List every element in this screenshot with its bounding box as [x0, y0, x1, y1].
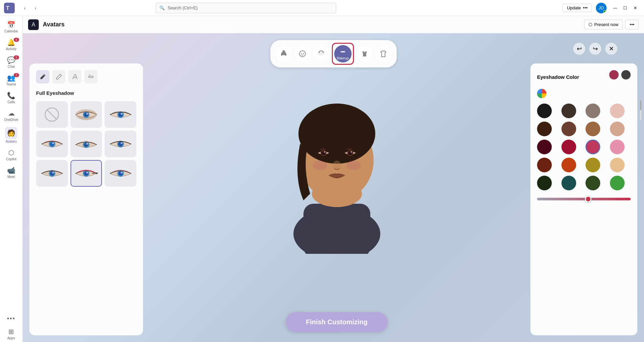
sidebar-item-avatars[interactable]: 🧑 Avatars [0, 125, 22, 145]
apps-icon: ⊞ [8, 328, 14, 336]
none-icon [43, 106, 60, 123]
teams-badge: 2 [14, 73, 19, 77]
outfit-icon [361, 50, 369, 58]
color-dot-0[interactable] [537, 104, 552, 118]
color-dot-11[interactable] [610, 140, 625, 154]
toolbar-outfit-button[interactable] [357, 46, 373, 62]
toolbar-clothing-button[interactable] [375, 46, 391, 62]
sidebar-item-more[interactable]: ••• [0, 313, 22, 324]
panel-tab-2[interactable] [52, 70, 66, 83]
header-right: ⬡ Present now ••• [584, 20, 639, 29]
minimize-button[interactable]: — [611, 3, 620, 13]
activity-badge: 6 [14, 38, 19, 42]
forward-button[interactable]: › [31, 3, 40, 13]
eyeshadow-style-4[interactable] [71, 131, 102, 157]
sidebar-item-calls[interactable]: 📞 Calls [0, 90, 22, 106]
color-dot-6[interactable] [586, 122, 600, 136]
color-dot-8[interactable] [537, 140, 552, 154]
toolbar-makeup-button[interactable]: Makeup [334, 45, 352, 62]
sidebar-item-meet[interactable]: 📹 Meet [0, 164, 22, 181]
toolbar-face-button[interactable] [294, 46, 310, 62]
color-dot-9[interactable] [561, 140, 576, 154]
color-dot-12[interactable] [537, 158, 552, 172]
svg-point-26 [86, 113, 88, 115]
back-button[interactable]: ‹ [20, 3, 29, 13]
pencil1-icon [39, 73, 46, 80]
sidebar-item-onedrive[interactable]: ☁ OneDrive [0, 107, 22, 124]
sidebar-label-meet: Meet [7, 175, 15, 179]
sidebar-item-calendar[interactable]: 📅 Calendar [0, 19, 22, 35]
eyeshadow-style-2[interactable] [105, 101, 136, 128]
more-options-button[interactable]: ••• [625, 20, 639, 29]
eyeshadow-style-8[interactable] [105, 160, 136, 187]
update-button[interactable]: Update ••• [562, 4, 592, 12]
maximize-button[interactable]: ☐ [621, 3, 630, 13]
color-dot-2[interactable] [586, 104, 600, 118]
color-dot-17[interactable] [561, 176, 576, 190]
sidebar-item-chat[interactable]: 💬 Chat 5 [0, 54, 22, 70]
eyeshadow-style-6[interactable] [36, 160, 68, 187]
color-dot-13[interactable] [561, 158, 576, 172]
eye-style4-icon [73, 132, 100, 156]
eyeshadow-style-7[interactable] [71, 160, 102, 187]
color-panel-header: Eyeshadow Color [537, 70, 631, 83]
color-dot-14[interactable] [586, 158, 600, 172]
sidebar-label-copilot: Copilot [6, 157, 16, 161]
eyeshadow-style-1[interactable] [71, 101, 102, 128]
swatch-secondary[interactable] [621, 70, 631, 79]
avatars-icon: 🧑 [7, 129, 15, 137]
toolbar-body-button[interactable] [276, 46, 292, 62]
color-dot-1[interactable] [561, 104, 576, 118]
color-dot-3[interactable] [610, 104, 625, 118]
svg-rect-4 [281, 53, 282, 56]
search-icon: 🔍 [159, 5, 165, 10]
sidebar-item-teams[interactable]: 👥 Teams 2 [0, 72, 22, 88]
chat-badge: 5 [14, 55, 19, 59]
eyeshadow-style-5[interactable] [105, 131, 136, 157]
svg-point-47 [121, 172, 122, 173]
present-now-button[interactable]: ⬡ Present now [584, 20, 623, 29]
color-dot-5[interactable] [561, 122, 576, 136]
redo-button[interactable]: ↪ [589, 43, 601, 55]
sidebar-item-activity[interactable]: 🔔 Activity 6 [0, 36, 22, 53]
meet-icon: 📹 [7, 166, 15, 174]
editor-close-button[interactable]: ✕ [605, 43, 617, 55]
color-dot-18[interactable] [586, 176, 600, 190]
svg-rect-5 [285, 53, 286, 56]
sidebar-item-apps[interactable]: ⊞ Apps [0, 326, 22, 342]
eye-style2-icon [107, 103, 134, 126]
panel-tab-4[interactable] [84, 70, 98, 83]
opacity-slider[interactable] [537, 198, 631, 200]
title-bar: T ‹ › 🔍 Search (Ctrl+E) Update ••• JD — … [0, 0, 644, 16]
color-dot-16[interactable] [537, 176, 552, 190]
undo-button[interactable]: ↩ [573, 43, 585, 55]
finish-customizing-button[interactable]: Finish Customizing [286, 312, 387, 332]
svg-point-60 [313, 161, 328, 170]
toolbar-makeup-selected[interactable]: Makeup [332, 43, 354, 65]
present-icon: ⬡ [589, 22, 592, 27]
color-dot-7[interactable] [610, 122, 625, 136]
svg-point-6 [299, 51, 305, 57]
panel-tab-3[interactable] [68, 70, 82, 83]
color-wheel-container [537, 89, 631, 98]
close-button[interactable]: ✕ [631, 3, 640, 13]
user-avatar[interactable]: JD [596, 3, 607, 13]
swatch-primary[interactable] [609, 70, 619, 79]
sidebar-item-copilot[interactable]: ⬡ Copilot [0, 147, 22, 163]
pencil2-icon [55, 73, 62, 80]
search-bar[interactable]: 🔍 Search (Ctrl+E) [156, 3, 336, 13]
toolbar-hair-button[interactable] [313, 46, 329, 62]
color-dot-19[interactable] [610, 176, 625, 190]
content-header: A Avatars ⬡ Present now ••• [23, 16, 644, 33]
eyeshadow-style-3[interactable] [36, 131, 68, 157]
eyeshadow-none[interactable] [36, 101, 68, 128]
panel-tab-1[interactable] [36, 70, 49, 83]
color-dot-4[interactable] [537, 122, 552, 136]
clothing-icon [379, 50, 387, 58]
color-wheel-icon[interactable] [537, 89, 546, 98]
page-title: Avatars [43, 21, 65, 28]
color-dot-10[interactable] [586, 140, 600, 154]
color-dot-15[interactable] [610, 158, 625, 172]
svg-point-41 [52, 172, 53, 173]
svg-line-19 [89, 74, 90, 75]
